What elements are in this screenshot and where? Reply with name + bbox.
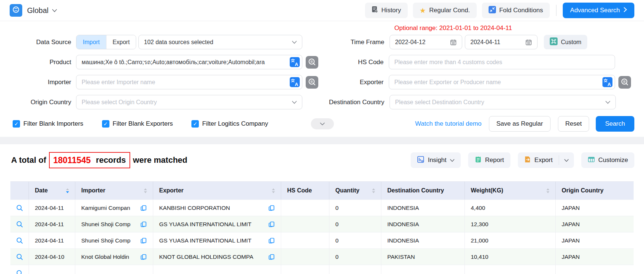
export-options-dropdown[interactable] (559, 152, 574, 168)
advanced-search-button[interactable]: Advanced Search (563, 3, 634, 18)
cell-exporter: KANBISHI CORPORATION (153, 200, 281, 216)
regular-cond-button-label: Regular Cond. (429, 7, 470, 14)
cell-quantity: 0 (329, 232, 381, 249)
sort-icon[interactable] (66, 188, 69, 193)
copy-icon[interactable] (140, 237, 147, 244)
column-header-exporter[interactable]: Exporter (153, 182, 281, 199)
cell-date: 2024-04-11 (29, 200, 75, 216)
cell-date: 2024-04-11 (29, 232, 75, 249)
copy-icon[interactable] (140, 254, 147, 260)
search-button[interactable]: Search (596, 116, 634, 132)
fold-conditions-button[interactable]: Fold Conditions (482, 3, 550, 18)
row-detail-button[interactable] (10, 265, 29, 274)
product-input[interactable] (76, 55, 302, 69)
row-detail-button[interactable] (10, 216, 29, 232)
copy-icon[interactable] (268, 237, 275, 244)
save-as-regular-button[interactable]: Save as Regular (489, 116, 551, 132)
cell-importer: Shunei Shoji Comp (75, 232, 153, 249)
chevron-down-icon[interactable] (52, 9, 57, 12)
reset-button[interactable]: Reset (558, 116, 589, 132)
data-source-import-option[interactable]: Import (76, 35, 106, 49)
customize-button-label: Customize (598, 156, 628, 164)
filter-logistics-company-checkbox[interactable]: ✓ Filter Logitics Company (191, 120, 268, 128)
row-detail-button[interactable] (10, 249, 29, 265)
row-detail-button[interactable] (10, 200, 29, 216)
tutorial-demo-link[interactable]: Watch the tutorial demo (415, 120, 482, 128)
report-icon (474, 156, 482, 165)
cell-weight: 12,300 (465, 216, 556, 232)
results-header: A total of 18011545 records were matched… (0, 152, 644, 169)
chevron-down-icon (564, 157, 569, 164)
export-button[interactable]: Export (518, 152, 559, 168)
table-header-row: Date Importer Exporter HS Code Quantity … (10, 182, 634, 199)
region-selector-label[interactable]: Global (27, 6, 49, 15)
data-source-export-option[interactable]: Export (106, 35, 136, 49)
history-icon (372, 6, 378, 15)
column-header-quantity[interactable]: Quantity (329, 182, 381, 199)
time-frame-label: Time Frame (302, 39, 384, 46)
time-frame-end-input[interactable]: 2024-04-11 (465, 35, 538, 49)
column-header-date[interactable]: Date (29, 182, 75, 199)
copy-icon[interactable] (268, 205, 275, 211)
cell-destination: INDONESIA (381, 200, 465, 216)
copy-icon[interactable] (140, 205, 147, 211)
history-button-label: History (381, 7, 401, 14)
importer-input[interactable] (76, 75, 302, 89)
record-count-highlight-box: 18011545 records (49, 152, 131, 168)
translate-icon[interactable]: A (290, 77, 300, 89)
cell-origin (556, 265, 634, 274)
custom-time-button[interactable]: Custom (544, 35, 587, 49)
translate-icon[interactable]: A (602, 77, 612, 89)
cell-hs-code (281, 200, 329, 216)
translate-icon[interactable]: A (290, 57, 300, 69)
command-icon (550, 37, 558, 47)
filter-blank-exporters-checkbox[interactable]: ✓ Filter Blank Exporters (102, 120, 173, 128)
row-detail-button[interactable] (10, 232, 29, 249)
customize-button[interactable]: Customize (581, 152, 634, 168)
regular-cond-button[interactable]: ★ Regular Cond. (413, 3, 477, 18)
sort-icon[interactable] (272, 188, 275, 193)
data-sources-dropdown[interactable]: 102 data sources selected (138, 35, 302, 49)
sort-icon[interactable] (144, 188, 147, 193)
data-source-toggle: Import Export (76, 35, 136, 49)
hs-code-input[interactable] (389, 55, 615, 69)
sort-icon[interactable] (546, 188, 549, 193)
cell-weight: 21,000 (465, 232, 556, 249)
filter-blank-importers-checkbox[interactable]: ✓ Filter Blank Importers (13, 120, 83, 128)
column-header-hs-code-label: HS Code (287, 187, 312, 194)
exact-match-icon[interactable] (618, 76, 631, 89)
copy-icon[interactable] (140, 221, 147, 228)
insight-button[interactable]: BI Insight (411, 152, 460, 168)
top-bar: Global History ★ Regular Cond. Fold Cond… (0, 0, 644, 21)
time-frame-start-input[interactable]: 2022-04-12 (390, 35, 462, 49)
collapse-conditions-toggle[interactable] (311, 118, 334, 129)
column-header-origin[interactable]: Origin Country (556, 182, 634, 199)
history-button[interactable]: History (365, 3, 408, 18)
table-row: 2024-04-11 Shunei Shoji Comp GS YUASA IN… (10, 232, 634, 248)
cell-quantity (329, 265, 381, 274)
exporter-input[interactable] (389, 75, 615, 89)
importer-name: Kamigumi Compan (81, 205, 130, 211)
exact-match-icon[interactable] (306, 56, 318, 69)
cell-importer: Knot Global Holdin (75, 249, 153, 265)
report-button[interactable]: Report (468, 152, 510, 168)
cell-exporter (153, 265, 281, 274)
copy-icon[interactable] (268, 221, 275, 228)
exporter-name: GS YUASA INTERNATIONAL LIMIT (159, 237, 252, 244)
column-header-hs-code[interactable]: HS Code (281, 182, 329, 199)
cell-destination: INDONESIA (381, 232, 465, 249)
exact-match-icon[interactable] (306, 76, 318, 89)
origin-country-select[interactable]: Please select Origin Country (76, 95, 302, 109)
sort-icon[interactable] (372, 188, 375, 193)
column-header-destination[interactable]: Destination Country (381, 182, 465, 199)
cell-importer: Kamigumi Compan (75, 200, 153, 216)
filter-blank-exporters-label: Filter Blank Exporters (113, 120, 173, 128)
copy-icon[interactable] (268, 254, 275, 260)
column-header-importer[interactable]: Importer (75, 182, 153, 199)
destination-country-select[interactable]: Please select Destination Country (390, 95, 616, 109)
column-header-weight[interactable]: Weight(KG) (465, 182, 556, 199)
svg-text:A: A (608, 82, 611, 87)
cell-quantity: 0 (329, 249, 381, 265)
cell-hs-code (281, 216, 329, 232)
calendar-icon (525, 39, 532, 46)
